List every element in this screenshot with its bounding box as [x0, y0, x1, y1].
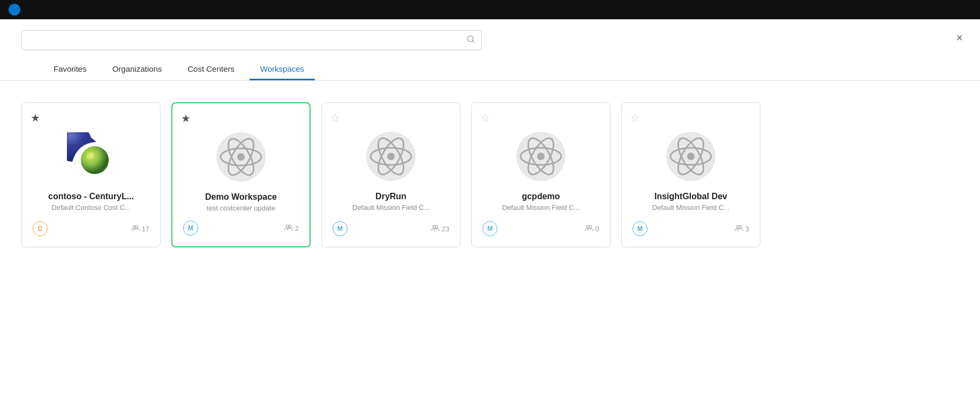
card-logo-demo	[214, 130, 268, 184]
card-logo-contoso	[64, 130, 118, 183]
card-name-contoso: contoso - CenturyL...	[33, 192, 149, 201]
star-icon-contoso[interactable]: ★	[31, 111, 40, 124]
card-logo-insightglobal	[664, 130, 718, 183]
member-count-dryrun: 23	[431, 224, 449, 233]
star-icon-demo[interactable]: ★	[181, 112, 191, 125]
tab-workspaces[interactable]: Workspaces	[250, 59, 315, 80]
svg-point-31	[687, 153, 695, 160]
workspace-card-insightglobal[interactable]: ☆ InsightGlobal Dev Default Mission Fiel…	[621, 102, 760, 247]
app-logo	[9, 4, 20, 16]
workspace-card-demo[interactable]: ★ Demo Workspace test costcenter update …	[171, 102, 311, 247]
member-count-insightglobal: 3	[735, 224, 749, 233]
workspace-cards-section: ★ contoso - CenturyL... Default Contoso …	[0, 81, 980, 269]
members-icon-demo	[284, 224, 293, 232]
member-count-value-demo: 2	[295, 224, 299, 232]
svg-point-19	[435, 225, 438, 228]
member-count-value-dryrun: 23	[442, 225, 449, 233]
card-subtitle-contoso: Default Contoso Cost C...	[33, 204, 149, 212]
search-input[interactable]	[28, 36, 466, 44]
card-name-gcpdemo: gcpdemo	[483, 192, 599, 201]
close-button[interactable]: ×	[956, 32, 963, 44]
card-footer-insightglobal: M 3	[632, 221, 749, 236]
tab-cost-centers[interactable]: Cost Centers	[177, 59, 245, 80]
member-count-contoso: 17	[131, 224, 149, 233]
tab-favorites[interactable]: Favorites	[43, 59, 97, 80]
svg-line-1	[472, 41, 474, 42]
org-badge-gcpdemo: M	[483, 221, 497, 236]
svg-point-33	[739, 225, 742, 228]
modal-overlay: × Favorites Organizations Cost Centers W…	[0, 19, 980, 407]
star-icon-gcpdemo[interactable]: ☆	[480, 111, 490, 124]
member-count-demo: 2	[284, 224, 299, 232]
card-footer-contoso: C 17	[33, 221, 149, 236]
org-badge-demo: M	[183, 221, 198, 236]
card-footer-dryrun: M 23	[333, 221, 449, 236]
card-footer-demo: M 2	[183, 221, 299, 236]
star-icon-dryrun[interactable]: ☆	[330, 111, 340, 124]
svg-point-4	[133, 225, 135, 228]
card-logo-dryrun	[364, 130, 418, 183]
search-icon	[466, 35, 475, 46]
card-name-dryrun: DryRun	[333, 192, 449, 201]
members-icon-insightglobal	[735, 224, 743, 233]
svg-point-11	[286, 225, 289, 228]
member-count-value-insightglobal: 3	[745, 225, 749, 233]
card-name-demo: Demo Workspace	[183, 192, 299, 202]
workspace-card-gcpdemo[interactable]: ☆ gcpdemo Default Mission Field C... M	[471, 102, 610, 247]
tab-organizations[interactable]: Organizations	[102, 59, 173, 80]
svg-point-32	[736, 225, 739, 228]
members-icon-dryrun	[431, 224, 440, 233]
member-count-value-contoso: 17	[142, 225, 149, 233]
svg-point-26	[589, 225, 592, 228]
card-subtitle-insightglobal: Default Mission Field C...	[632, 204, 749, 212]
members-icon-gcpdemo	[585, 224, 593, 233]
org-badge-dryrun: M	[333, 221, 348, 236]
search-bar-area: Favorites Organizations Cost Centers Wor…	[0, 19, 980, 81]
svg-point-12	[289, 225, 291, 228]
card-subtitle-demo: test costcenter update	[183, 204, 299, 212]
card-subtitle-gcpdemo: Default Mission Field C...	[483, 204, 599, 212]
card-logo-gcpdemo	[514, 130, 568, 183]
logo-area	[9, 4, 25, 16]
workspace-card-contoso[interactable]: ★ contoso - CenturyL... Default Contoso …	[21, 102, 161, 247]
svg-point-24	[537, 153, 545, 160]
card-footer-gcpdemo: M 0	[483, 221, 599, 236]
svg-point-5	[135, 225, 138, 228]
org-badge-insightglobal: M	[632, 221, 647, 236]
org-badge-contoso: C	[33, 221, 48, 236]
top-bar	[0, 0, 980, 19]
svg-point-2	[81, 146, 109, 174]
workspace-card-dryrun[interactable]: ☆ DryRun Default Mission Field C... M	[321, 102, 461, 247]
member-count-value-gcpdemo: 0	[595, 225, 599, 233]
svg-point-25	[586, 225, 589, 228]
svg-point-17	[387, 153, 395, 160]
svg-point-18	[433, 225, 435, 228]
card-subtitle-dryrun: Default Mission Field C...	[333, 204, 449, 212]
card-name-insightglobal: InsightGlobal Dev	[632, 192, 749, 201]
member-count-gcpdemo: 0	[585, 224, 599, 233]
star-icon-insightglobal[interactable]: ☆	[630, 111, 640, 124]
search-container	[21, 30, 482, 50]
tabs-row: Favorites Organizations Cost Centers Wor…	[21, 59, 959, 80]
svg-point-10	[237, 153, 245, 161]
members-icon-contoso	[131, 224, 140, 233]
